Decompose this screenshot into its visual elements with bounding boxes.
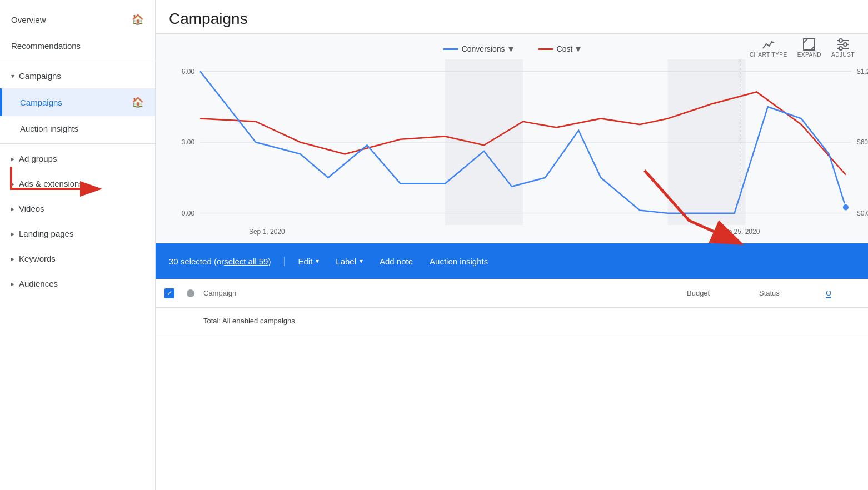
sidebar-item-auction-insights[interactable]: Auction insights <box>0 116 155 141</box>
checkbox-checked-icon: ✓ <box>164 288 174 298</box>
table-dot-header <box>187 289 203 297</box>
selection-text: 30 selected (or <box>169 257 224 266</box>
expand-label: EXPAND <box>797 52 821 58</box>
edit-button[interactable]: Edit ▾ <box>298 254 319 268</box>
column-header-extra: O <box>826 289 859 297</box>
sidebar-item-landing-pages[interactable]: ▸ Landing pages <box>0 221 155 246</box>
page-header: Campaigns <box>156 0 868 34</box>
chevron-right-icon-3: ▸ <box>11 205 14 213</box>
legend-label-cost: Cost <box>557 44 573 53</box>
sidebar-item-overview[interactable]: Overview 🏠 <box>0 6 155 33</box>
edit-label: Edit <box>298 257 312 266</box>
column-campaign-label: Campaign <box>203 289 236 297</box>
sidebar-item-recommendations[interactable]: Recommendations <box>0 33 155 58</box>
action-bar: 30 selected (or select all 59 ) Edit ▾ L… <box>156 243 868 279</box>
sidebar-item-label: Overview <box>11 15 46 24</box>
svg-text:0.00: 0.00 <box>182 209 194 217</box>
auction-insights-label: Auction insights <box>430 257 488 266</box>
legend-cost[interactable]: Cost ▾ <box>532 41 587 57</box>
chart-toolbar: Conversions ▾ Cost ▾ CHART TYPE <box>156 34 868 59</box>
chevron-down-icon-cost[interactable]: ▾ <box>576 43 581 55</box>
chevron-right-icon-4: ▸ <box>11 230 14 238</box>
add-note-button[interactable]: Add note <box>380 254 413 268</box>
sidebar-divider-2 <box>0 143 155 144</box>
status-dot-icon <box>187 289 194 297</box>
label-dropdown-icon: ▾ <box>360 257 363 265</box>
svg-text:$1,200.00: $1,200.00 <box>857 67 868 75</box>
chevron-right-icon: ▸ <box>11 155 14 163</box>
svg-text:$600.00: $600.00 <box>857 138 868 146</box>
selection-suffix: ) <box>268 257 271 266</box>
adjust-control[interactable]: ADJUST <box>831 38 855 58</box>
sidebar-item-label: Keywords <box>19 254 56 263</box>
sidebar-item-campaigns-group[interactable]: ▾ Campaigns <box>0 63 155 88</box>
add-note-label: Add note <box>380 257 413 266</box>
table-row-total: Total: All enabled campaigns <box>156 308 868 334</box>
sidebar-item-label: Recommendations <box>11 41 81 51</box>
chevron-down-icon: ▾ <box>11 72 14 80</box>
adjust-icon <box>836 38 850 51</box>
svg-text:$0.00: $0.00 <box>857 209 868 217</box>
sidebar-item-campaigns[interactable]: Campaigns 🏠 <box>0 88 155 116</box>
svg-text:6.00: 6.00 <box>182 67 194 75</box>
expand-icon <box>803 38 815 51</box>
label-button[interactable]: Label ▾ <box>336 254 363 268</box>
chevron-right-icon-5: ▸ <box>11 255 14 263</box>
edit-dropdown-icon: ▾ <box>316 257 319 265</box>
sidebar-item-label: Landing pages <box>19 229 73 238</box>
svg-point-23 <box>842 204 849 211</box>
auction-insights-button[interactable]: Auction insights <box>430 254 488 268</box>
column-extra-label: O <box>826 289 831 298</box>
chart-controls: CHART TYPE EXPAND <box>750 38 855 58</box>
chevron-down-icon-conv[interactable]: ▾ <box>508 43 513 55</box>
select-all-link[interactable]: select all 59 <box>224 257 268 266</box>
sidebar-item-keywords[interactable]: ▸ Keywords <box>0 246 155 271</box>
legend-label-conversions: Conversions <box>462 44 505 53</box>
sidebar-item-audiences[interactable]: ▸ Audiences <box>0 271 155 296</box>
page-title: Campaigns <box>169 10 855 28</box>
sidebar: Overview 🏠 Recommendations ▾ Campaigns C… <box>0 0 156 490</box>
expand-control[interactable]: EXPAND <box>797 38 821 58</box>
sidebar-item-ad-groups[interactable]: ▸ Ad groups <box>0 146 155 171</box>
legend-line-red <box>538 48 553 50</box>
sidebar-item-label: Ad groups <box>19 154 57 163</box>
home-icon-active: 🏠 <box>132 96 144 108</box>
chart-type-label: CHART TYPE <box>750 52 787 58</box>
svg-text:3.00: 3.00 <box>182 138 194 146</box>
chart-type-control[interactable]: CHART TYPE <box>750 39 787 58</box>
svg-point-7 <box>839 39 842 42</box>
label-label: Label <box>336 257 356 266</box>
sidebar-item-label: Campaigns <box>20 98 62 107</box>
sidebar-item-label: Auction insights <box>20 124 78 133</box>
sidebar-item-label: Videos <box>19 204 44 213</box>
action-bar-actions: Edit ▾ Label ▾ Add note Auction insights <box>285 254 488 268</box>
chart-svg: 6.00 3.00 0.00 $1,200.00 $600.00 $0.00 S… <box>156 59 868 243</box>
chevron-right-icon-6: ▸ <box>11 280 14 288</box>
chevron-right-icon-2: ▸ <box>11 180 14 188</box>
total-row-label: Total: All enabled campaigns <box>203 317 859 325</box>
svg-line-2 <box>804 39 807 43</box>
svg-line-3 <box>811 46 815 50</box>
sidebar-item-label: Campaigns <box>19 71 61 81</box>
sidebar-item-label: Ads & extensions <box>19 179 83 188</box>
main-content: Campaigns Conversions ▾ Cost ▾ <box>156 0 868 490</box>
sidebar-divider <box>0 61 155 61</box>
legend-line-blue <box>443 48 458 50</box>
sidebar-item-ads-extensions[interactable]: ▸ Ads & extensions <box>0 171 155 196</box>
chart-type-icon <box>762 39 775 51</box>
action-bar-selection: 30 selected (or select all 59 ) <box>169 257 285 266</box>
column-header-budget: Budget <box>687 289 759 297</box>
column-header-campaign: Campaign <box>203 289 687 297</box>
chart-area: Conversions ▾ Cost ▾ CHART TYPE <box>156 34 868 243</box>
sidebar-item-videos[interactable]: ▸ Videos <box>0 196 155 221</box>
home-icon: 🏠 <box>132 13 144 26</box>
svg-text:Sep 1, 2020: Sep 1, 2020 <box>249 228 285 236</box>
table-checkbox-header[interactable]: ✓ <box>164 288 187 298</box>
sidebar-item-label: Audiences <box>19 279 58 288</box>
table-header: ✓ Campaign Budget Status O <box>156 279 868 308</box>
column-budget-label: Budget <box>687 289 710 297</box>
svg-text:Sep 25, 2020: Sep 25, 2020 <box>720 228 760 236</box>
svg-point-8 <box>844 43 847 46</box>
chart-wrapper: 6.00 3.00 0.00 $1,200.00 $600.00 $0.00 S… <box>156 59 868 243</box>
legend-conversions[interactable]: Conversions ▾ <box>437 41 519 57</box>
